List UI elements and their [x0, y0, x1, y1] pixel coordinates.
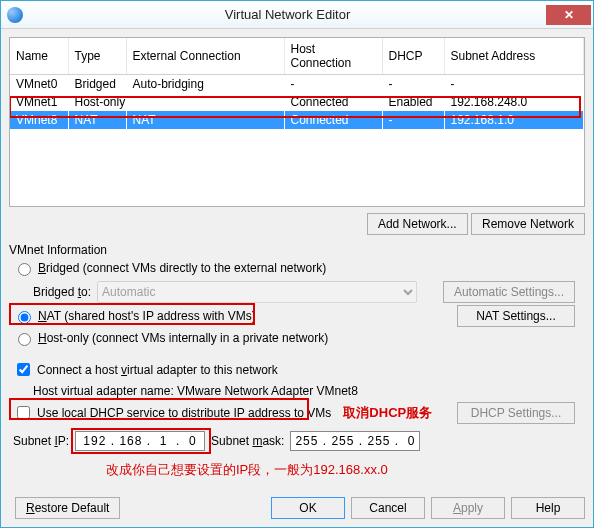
col-dhcp[interactable]: DHCP — [382, 38, 444, 75]
restore-default-button[interactable]: Restore Default — [15, 497, 120, 519]
bridged-to-label: Bridged to: — [33, 285, 91, 299]
subnet-mask-input[interactable] — [290, 431, 420, 451]
cell-ext: NAT — [126, 111, 284, 129]
annotation-cancel-dhcp: 取消DHCP服务 — [343, 404, 432, 422]
titlebar: Virtual Network Editor ✕ — [1, 1, 593, 29]
ok-button[interactable]: OK — [271, 497, 345, 519]
network-grid: Name Type External Connection Host Conne… — [9, 37, 585, 207]
bottom-bar: Restore Default OK Cancel Apply Help — [9, 497, 585, 519]
automatic-settings-button[interactable]: Automatic Settings... — [443, 281, 575, 303]
cell-dhcp: Enabled — [382, 93, 444, 111]
app-icon — [7, 7, 23, 23]
apply-button[interactable]: Apply — [431, 497, 505, 519]
col-external[interactable]: External Connection — [126, 38, 284, 75]
cell-name: VMnet0 — [10, 75, 68, 94]
vmnet-information: VMnet Information Bridged (connect VMs d… — [9, 243, 585, 451]
col-subnet[interactable]: Subnet Address — [444, 38, 584, 75]
table-row[interactable]: VMnet0BridgedAuto-bridging--- — [10, 75, 584, 94]
grid-header-row: Name Type External Connection Host Conne… — [10, 38, 584, 75]
bridged-to-select[interactable]: Automatic — [97, 281, 417, 303]
subnet-ip-input[interactable] — [75, 431, 205, 451]
close-button[interactable]: ✕ — [546, 5, 591, 25]
cell-subnet: 192.168.1.0 — [444, 111, 584, 129]
hostonly-label: Host-only (connect VMs internally in a p… — [38, 331, 328, 345]
subnet-ip-label: Subnet IP: — [13, 434, 69, 448]
cancel-button[interactable]: Cancel — [351, 497, 425, 519]
nat-radio[interactable] — [18, 311, 31, 324]
col-host[interactable]: Host Connection — [284, 38, 382, 75]
cell-subnet: - — [444, 75, 584, 94]
host-adapter-name-label: Host virtual adapter name: VMware Networ… — [33, 384, 358, 398]
cell-name: VMnet8 — [10, 111, 68, 129]
connect-host-adapter-checkbox[interactable] — [17, 363, 30, 376]
cell-type: NAT — [68, 111, 126, 129]
cell-dhcp: - — [382, 111, 444, 129]
cell-type: Bridged — [68, 75, 126, 94]
cell-ext: Auto-bridging — [126, 75, 284, 94]
connect-host-adapter-label: Connect a host virtual adapter to this n… — [37, 363, 278, 377]
cell-name: VMnet1 — [10, 93, 68, 111]
window: Virtual Network Editor ✕ Name Type Exter… — [0, 0, 594, 528]
cell-dhcp: - — [382, 75, 444, 94]
cell-host: - — [284, 75, 382, 94]
dhcp-settings-button[interactable]: DHCP Settings... — [457, 402, 575, 424]
nat-settings-button[interactable]: NAT Settings... — [457, 305, 575, 327]
cell-subnet: 192.168.248.0 — [444, 93, 584, 111]
bridged-radio-row: Bridged (connect VMs directly to the ext… — [9, 257, 585, 279]
col-name[interactable]: Name — [10, 38, 68, 75]
use-dhcp-label: Use local DHCP service to distribute IP … — [37, 406, 331, 420]
use-dhcp-checkbox[interactable] — [17, 406, 30, 419]
bridged-radio[interactable] — [18, 263, 31, 276]
cell-host: Connected — [284, 111, 382, 129]
nat-label: NAT (shared host's IP address with VMs) — [38, 309, 256, 323]
remove-network-button[interactable]: Remove Network — [471, 213, 585, 235]
window-title: Virtual Network Editor — [29, 7, 546, 22]
table-row[interactable]: VMnet1Host-onlyConnectedEnabled192.168.2… — [10, 93, 584, 111]
cell-host: Connected — [284, 93, 382, 111]
help-button[interactable]: Help — [511, 497, 585, 519]
cell-type: Host-only — [68, 93, 126, 111]
cell-ext — [126, 93, 284, 111]
add-network-button[interactable]: Add Network... — [367, 213, 468, 235]
col-type[interactable]: Type — [68, 38, 126, 75]
table-row[interactable]: VMnet8NATNATConnected-192.168.1.0 — [10, 111, 584, 129]
subnet-mask-label: Subnet mask: — [211, 434, 284, 448]
annotation-change-ip: 改成你自己想要设置的IP段，一般为192.168.xx.0 — [106, 461, 388, 479]
content: Name Type External Connection Host Conne… — [1, 29, 593, 459]
bridged-label: Bridged (connect VMs directly to the ext… — [38, 261, 326, 275]
hostonly-radio[interactable] — [18, 333, 31, 346]
vmnet-info-legend: VMnet Information — [9, 243, 107, 257]
